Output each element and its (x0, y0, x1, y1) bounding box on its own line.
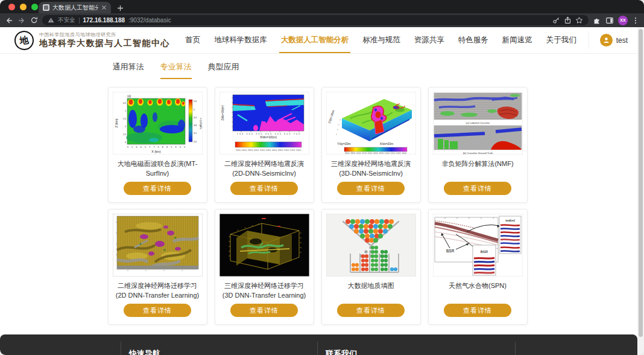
view-details-button[interactable]: 查看详情 (337, 304, 405, 317)
nav-item-database[interactable]: 地球科学数据库 (214, 27, 267, 53)
tab-professional-algorithms[interactable]: 专业算法 (160, 62, 192, 79)
footer-logo-column (0, 334, 121, 355)
svg-text:3.2: 3.2 (194, 132, 197, 135)
main-nav: 首页 地球科学数据库 大数据人工智能分析 标准与规范 资源共享 特色服务 新闻速… (185, 27, 576, 53)
not-secure-warning-icon[interactable] (48, 17, 54, 24)
site-header: 地 中国科学院地质与地球物理研究所 地球科学大数据与人工智能中心 首页 地球科学… (0, 27, 637, 54)
card-title: 大地电磁面波联合反演(MT-SurfInv) (113, 159, 203, 182)
card-title: 非负矩阵分解算法(NMF) (433, 159, 523, 182)
maximize-window-button[interactable] (31, 4, 38, 10)
favicon-icon (43, 4, 49, 11)
browser-profile-avatar[interactable]: XX (618, 16, 628, 25)
view-details-button[interactable]: 查看详情 (124, 304, 191, 317)
card-title: 三维深度神经网络迁移学习(3D DNN-Transfer Learning) (219, 281, 309, 304)
card-nmf: (a) Labeled Crossline (b) Crossline Grou… (428, 87, 528, 203)
card-title: 二维深度神经网络地震反演(2D-DNN-SeismicInv) (219, 159, 309, 182)
back-icon[interactable] (5, 16, 13, 25)
view-details-button[interactable]: 查看详情 (444, 182, 511, 195)
browser-tab[interactable]: 大数据人工智能分析 (39, 2, 111, 13)
svg-text:3400 3600 3800 4000 4200 4400: 3400 3600 3800 4000 4200 4400 4600 4800 … (236, 149, 301, 152)
page-scrollbar[interactable] (637, 27, 644, 355)
close-window-button[interactable] (8, 4, 15, 10)
tab-typical-applications[interactable]: 典型应用 (208, 62, 239, 79)
nav-item-home[interactable]: 首页 (185, 27, 200, 53)
svg-text:3600 3800 4000 4200 4400 4600: 3600 3800 4000 4200 4400 4600 4800 5000 … (345, 152, 407, 155)
card-title: 天然气水合物(SPN) (433, 281, 523, 304)
svg-text:2.6: 2.6 (194, 141, 197, 143)
site-logo[interactable]: 地 (13, 29, 35, 51)
browser-window: 大数据人工智能分析 不安全 172.16.188.188 :9032/datab… (0, 0, 644, 355)
reload-icon[interactable] (30, 16, 38, 24)
svg-text:5: 5 (194, 109, 195, 111)
svg-text:Z (km): Z (km) (115, 118, 118, 127)
tab-title: 大数据人工智能分析 (52, 4, 98, 12)
browser-tab-strip: 大数据人工智能分析 (0, 0, 644, 13)
footer-contact-title: 联系我们 (326, 348, 515, 355)
svg-text:1.5: 1.5 (123, 118, 126, 120)
svg-text:2.5: 2.5 (123, 133, 126, 136)
svg-text:BSR: BSR (480, 250, 488, 254)
tab-general-algorithms[interactable]: 通用算法 (113, 62, 144, 79)
card-image-3d-transfer-learning (219, 214, 309, 277)
svg-text:log10(ρ)Ω·m: log10(ρ)Ω·m (199, 118, 201, 129)
card-2d-transfer-learning: 二维深度神经网络迁移学习(2D DNN-Transfer Learning) 查… (108, 209, 207, 325)
card-3d-dnn-seismicinv: Z/dz=20m Y/dy=20m X/dx=20m 3600 3800 400… (321, 87, 421, 203)
view-details-button[interactable]: 查看详情 (444, 304, 511, 317)
extensions-puzzle-icon[interactable] (593, 16, 601, 25)
org-subtitle: 中国科学院地质与地球物理研究所 (39, 32, 170, 38)
nav-item-about[interactable]: 关于我们 (546, 27, 576, 53)
window-controls (8, 4, 38, 10)
svg-text:1: 1 (125, 110, 126, 112)
svg-text:3.8: 3.8 (194, 124, 197, 127)
svg-text:Y/dy=20m: Y/dy=20m (337, 142, 351, 146)
card-image-3d-dnn-seismicinv: Z/dz=20m Y/dy=20m X/dx=20m 3600 3800 400… (326, 92, 416, 155)
new-tab-button[interactable] (117, 5, 124, 11)
card-image-gas-hydrate-spn: BSR seabed (433, 214, 523, 277)
nav-item-services[interactable]: 特色服务 (458, 27, 488, 53)
card-title: 三维深度神经网络地震反演(3D-DNN-SeismicInv) (326, 159, 416, 182)
bookmark-star-icon[interactable] (575, 16, 583, 24)
scrollbar-thumb[interactable] (639, 29, 643, 337)
browser-toolbar: 不安全 172.16.188.188 :9032/databasic XX (0, 13, 644, 27)
share-icon[interactable] (564, 16, 572, 24)
algorithm-card-grid: (d) (108, 87, 530, 325)
algorithm-tabs: 通用算法 专业算法 典型应用 (108, 62, 530, 79)
nav-item-resources[interactable]: 资源共享 (414, 27, 444, 53)
card-image-mt-surfinv: (d) (113, 92, 203, 155)
nav-item-standards[interactable]: 标准与规范 (362, 27, 400, 53)
page-content: 地 中国科学院地质与地球物理研究所 地球科学大数据与人工智能中心 首页 地球科学… (0, 27, 637, 355)
view-details-button[interactable]: 查看详情 (230, 304, 298, 317)
footer-quick-nav-title: 快速导航 (129, 348, 317, 355)
password-key-icon[interactable] (552, 16, 560, 24)
svg-text:seabed: seabed (505, 219, 515, 222)
nav-item-news[interactable]: 新闻速览 (502, 27, 532, 53)
close-tab-icon[interactable] (101, 5, 107, 10)
url-host: 172.16.188.188 (83, 17, 125, 24)
card-image-nmf: (a) Labeled Crossline (b) Crossline Grou… (433, 92, 523, 155)
user-box[interactable]: test (589, 33, 628, 48)
nav-item-bigdata-ai[interactable]: 大数据人工智能分析 (281, 27, 349, 53)
user-avatar-icon (600, 34, 613, 46)
card-3d-transfer-learning: 三维深度神经网络迁移学习(3D DNN-Transfer Learning) 查… (215, 209, 314, 325)
menu-dots-icon[interactable] (632, 17, 639, 24)
footer-quick-nav-column: 快速导航 (121, 334, 317, 355)
card-mt-surfinv: (d) (108, 87, 207, 203)
forward-icon[interactable] (17, 16, 26, 25)
username-label: test (616, 36, 628, 45)
view-details-button[interactable]: 查看详情 (230, 182, 298, 195)
card-gas-hydrate-spn: BSR seabed (428, 209, 528, 325)
card-image-2d-dnn-seismicinv: 100 200 300 400 500 600 700 X/dx=10(m) Z… (219, 92, 309, 155)
not-secure-label: 不安全 (58, 16, 75, 24)
address-bar[interactable]: 不安全 172.16.188.188 :9032/databasic (42, 15, 589, 25)
card-image-geological-mapping (326, 214, 416, 277)
minimize-window-button[interactable] (20, 4, 27, 10)
view-details-button[interactable]: 查看详情 (124, 182, 191, 195)
svg-text:5.6: 5.6 (194, 100, 197, 103)
card-image-2d-transfer-learning (113, 214, 203, 277)
page-title: 地球科学大数据与人工智能中心 (39, 38, 170, 49)
svg-text:2: 2 (125, 126, 126, 128)
side-panel-icon[interactable] (605, 16, 614, 25)
view-details-button[interactable]: 查看详情 (337, 182, 405, 195)
org-titles: 中国科学院地质与地球物理研究所 地球科学大数据与人工智能中心 (39, 32, 170, 49)
svg-text:4.4: 4.4 (194, 117, 197, 119)
